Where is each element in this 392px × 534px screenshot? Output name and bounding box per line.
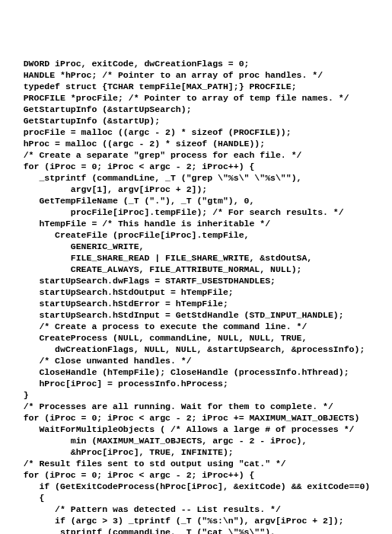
code-line: { [8,492,384,504]
code-line: if (GetExitCodeProcess(hProc[iProc], &ex… [8,481,384,492]
code-line: /* Create a process to execute the comma… [8,321,384,332]
code-line: hProc[iProc] = processInfo.hProcess; [8,378,384,389]
code-line: hTempFile = /* This handle is inheritabl… [8,218,384,229]
code-line: GetStartupInfo (&startUpSearch); [8,104,384,115]
code-line: procFile = malloc ((argc - 2) * sizeof (… [8,126,384,138]
code-line: /* Close unwanted handles. */ [8,355,384,366]
code-line: CloseHandle (hTempFile); CloseHandle (pr… [8,366,384,378]
code-line: startUpSearch.hStdError = hTempFile; [8,298,384,309]
code-line: argv[1], argv[iProc + 2]); [8,184,384,195]
code-line: DWORD iProc, exitCode, dwCreationFlags =… [8,58,384,69]
code-line: PROCFILE *procFile; /* Pointer to array … [8,92,384,104]
code-line: min (MAXIMUM_WAIT_OBJECTS, argc - 2 - iP… [8,435,384,446]
code-line: for (iProc = 0; iProc < argc - 2; iProc+… [8,469,384,481]
code-line: &hProc[iProc], TRUE, INFINITE); [8,446,384,458]
code-line: /* Result files sent to std output using… [8,458,384,469]
code-line: /* Pattern was detected -- List results.… [8,504,384,515]
code-line: dwCreationFlags, NULL, NULL, &startUpSea… [8,344,384,355]
code-line: _stprintf (commandLine, _T ("grep \"%s\"… [8,172,384,184]
code-line: GENERIC_WRITE, [8,241,384,252]
code-line: CREATE_ALWAYS, FILE_ATTRIBUTE_NORMAL, NU… [8,264,384,275]
code-line: } [8,389,384,401]
code-line: /* Create a separate "grep" process for … [8,149,384,161]
code-line: startUpSearch.dwFlags = STARTF_USESTDHAN… [8,275,384,286]
code-line: CreateFile (procFile[iProc].tempFile, [8,229,384,241]
code-line: GetStartupInfo (&startUp); [8,115,384,126]
code-line: for (iProc = 0; iProc < argc - 2; iProc+… [8,161,384,172]
code-block: DWORD iProc, exitCode, dwCreationFlags =… [8,58,384,534]
code-line: _stprintf (commandLine, _T ("cat \"%s\""… [8,526,384,534]
code-line: /* Processes are all running. Wait for t… [8,401,384,412]
code-line: typedef struct {TCHAR tempFile[MAX_PATH]… [8,81,384,92]
code-line: if (argc > 3) _tprintf (_T ("%s:\n"), ar… [8,515,384,526]
code-line: WaitForMultipleObjects ( /* Allows a lar… [8,424,384,435]
code-line: procFile[iProc].tempFile); /* For search… [8,206,384,218]
code-line: for (iProc = 0; iProc < argc - 2; iProc … [8,412,384,424]
code-line: HANDLE *hProc; /* Pointer to an array of… [8,69,384,81]
code-line: GetTempFileName (_T ("."), _T ("gtm"), 0… [8,195,384,206]
code-line: CreateProcess (NULL, commandLine, NULL, … [8,332,384,344]
code-line: hProc = malloc ((argc - 2) * sizeof (HAN… [8,138,384,149]
code-line: startUpSearch.hStdInput = GetStdHandle (… [8,309,384,321]
code-line: startUpSearch.hStdOutput = hTempFile; [8,286,384,298]
code-line: FILE_SHARE_READ | FILE_SHARE_WRITE, &std… [8,252,384,264]
